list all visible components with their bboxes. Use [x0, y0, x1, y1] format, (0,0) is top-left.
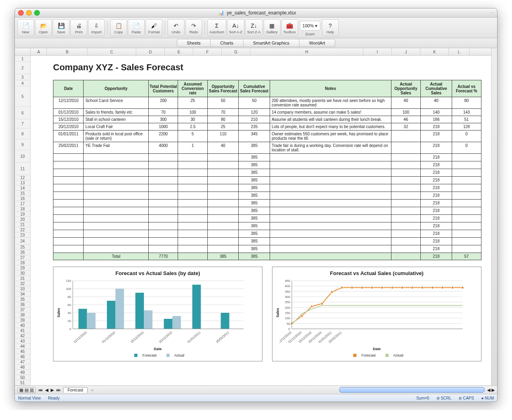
table-row[interactable]: 385218	[53, 245, 481, 253]
table-row[interactable]: 15/12/2010Stall in school canteen3003090…	[53, 116, 481, 123]
view-toggle-icon[interactable]: ▦ ▤ ▥	[17, 387, 36, 393]
row-header[interactable]: 12	[15, 175, 30, 180]
col-header-D[interactable]: D	[136, 48, 165, 55]
row-header[interactable]: 10	[15, 150, 30, 163]
format-button[interactable]: 🖌Format	[145, 19, 162, 36]
table-row[interactable]: 385218	[53, 184, 481, 192]
table-row[interactable]: 385218	[53, 230, 481, 238]
table-row[interactable]: 20/12/2010Local Craft Fair10002.525235Lo…	[53, 123, 481, 130]
col-header-F[interactable]: F	[193, 48, 222, 55]
minimize-icon[interactable]	[26, 10, 32, 16]
col-header-H[interactable]: H	[250, 48, 363, 55]
select-all-corner[interactable]	[15, 48, 30, 56]
autosum-button[interactable]: ΣAutoSum	[207, 19, 226, 36]
row-header[interactable]: 19	[15, 212, 30, 217]
row-header[interactable]: 15	[15, 191, 30, 196]
table-row[interactable]: 385218	[53, 192, 481, 200]
import-button[interactable]: ⇩Import	[88, 19, 105, 36]
row-header[interactable]: 8	[15, 128, 30, 139]
col-header-I[interactable]: I	[363, 48, 392, 55]
table-row[interactable]: 385218	[53, 154, 481, 161]
row-header[interactable]: 21	[15, 222, 30, 227]
toolbox-button[interactable]: 🧰Toolbox	[281, 19, 298, 36]
row-header[interactable]: 20	[15, 217, 30, 222]
row-header[interactable]: 25	[15, 245, 30, 250]
row-header[interactable]: 47	[15, 359, 30, 365]
col-header-B[interactable]: B	[47, 48, 88, 55]
table-row[interactable]: 385218	[53, 222, 481, 230]
row-header[interactable]: 50	[15, 375, 30, 380]
row-header[interactable]: 13	[15, 180, 30, 186]
row-header[interactable]: 7	[15, 119, 30, 128]
help-button[interactable]: ?Help	[322, 19, 339, 36]
table-row[interactable]: 385218	[53, 169, 481, 177]
tab-sheets[interactable]: Sheets	[177, 39, 211, 47]
row-header[interactable]: 14	[15, 186, 30, 191]
vertical-scrollbar[interactable]	[491, 48, 497, 385]
row-header[interactable]: 33	[15, 286, 30, 292]
nav-prev-icon[interactable]: ◀	[45, 387, 48, 393]
row-header[interactable]: 24	[15, 238, 30, 245]
row-header[interactable]: 41	[15, 328, 30, 333]
row-header[interactable]: 44	[15, 344, 30, 349]
redo-button[interactable]: ↷Redo	[185, 19, 202, 36]
tab-smartart-graphics[interactable]: SmartArt Graphics	[244, 39, 299, 47]
undo-button[interactable]: ↶Undo	[168, 19, 184, 36]
row-header[interactable]: 28	[15, 260, 30, 265]
table-row[interactable]: 385218	[53, 200, 481, 207]
nav-first-icon[interactable]: ⏮	[38, 387, 43, 392]
table-row[interactable]: 01/01/2011Products sold in local post of…	[53, 130, 481, 142]
row-header[interactable]: 39	[15, 318, 30, 323]
new-button[interactable]: 📄New	[17, 19, 34, 36]
sheet-tab-forecast[interactable]: Forecast	[63, 387, 88, 393]
table-row[interactable]: 01/12/2010Sales to friends, family etc70…	[53, 109, 481, 116]
row-header[interactable]: 48	[15, 365, 30, 370]
row-header[interactable]: 43	[15, 338, 30, 344]
print-button[interactable]: 🖨Print	[70, 19, 87, 36]
row-header[interactable]: 4	[15, 80, 30, 86]
close-icon[interactable]	[18, 10, 24, 16]
col-header-K[interactable]: K	[420, 48, 449, 55]
copy-button[interactable]: 📋Copy	[110, 19, 127, 36]
col-header-G[interactable]: G	[222, 48, 250, 55]
table-row[interactable]: 25/02/2011YE Trade Fair4000140385Trade f…	[53, 142, 481, 154]
horizontal-scrollbar[interactable]	[339, 387, 485, 393]
table-row[interactable]: 385218	[53, 177, 481, 184]
toolbar-overflow-icon[interactable]: ⋯	[470, 10, 494, 16]
row-header[interactable]: 16	[15, 196, 30, 201]
row-header[interactable]: 11	[15, 163, 30, 175]
col-header-L[interactable]: L	[449, 48, 469, 55]
table-row[interactable]: 385218	[53, 215, 481, 222]
row-header[interactable]: 1	[15, 56, 30, 62]
row-header[interactable]: 49	[15, 370, 30, 375]
row-header[interactable]: 46	[15, 354, 30, 359]
sort-z-a-button[interactable]: Z↓Sort Z-A	[245, 19, 263, 36]
row-header[interactable]: 34	[15, 292, 30, 297]
col-header-C[interactable]: C	[88, 48, 136, 55]
row-header[interactable]: 18	[15, 206, 30, 212]
zoom-select[interactable]: 100% ▾	[300, 21, 320, 31]
save-button[interactable]: 💾Save	[53, 19, 70, 36]
nav-arrows-icon[interactable]: ◀ ▶	[487, 387, 495, 393]
paste-button[interactable]: 📄Paste	[128, 19, 145, 36]
row-header[interactable]: 29	[15, 265, 30, 271]
row-header[interactable]: 38	[15, 312, 30, 318]
row-header[interactable]: 17	[15, 201, 30, 206]
row-header[interactable]: 36	[15, 302, 30, 307]
row-header[interactable]: 26	[15, 250, 30, 255]
zoom-icon[interactable]	[34, 10, 40, 16]
row-header[interactable]: 6	[15, 107, 30, 119]
row-header[interactable]: 37	[15, 307, 30, 312]
sort-a-z-button[interactable]: A↓Sort A-Z	[227, 19, 244, 36]
row-header[interactable]: 42	[15, 333, 30, 338]
table-row[interactable]: 12/12/2010School Carol Service2002550502…	[53, 97, 481, 109]
row-header[interactable]: 45	[15, 349, 30, 354]
tab-charts[interactable]: Charts	[211, 39, 243, 47]
row-header[interactable]: 3	[15, 74, 30, 80]
grid[interactable]: ABCDEFGHIJKL Company XYZ - Sales Forecas…	[31, 48, 491, 385]
tab-wordart[interactable]: WordArt	[299, 39, 335, 47]
row-header[interactable]: 23	[15, 232, 30, 238]
col-header-A[interactable]: A	[31, 48, 47, 55]
nav-next-icon[interactable]: ▶	[51, 387, 54, 393]
row-header[interactable]: 2	[15, 62, 30, 74]
